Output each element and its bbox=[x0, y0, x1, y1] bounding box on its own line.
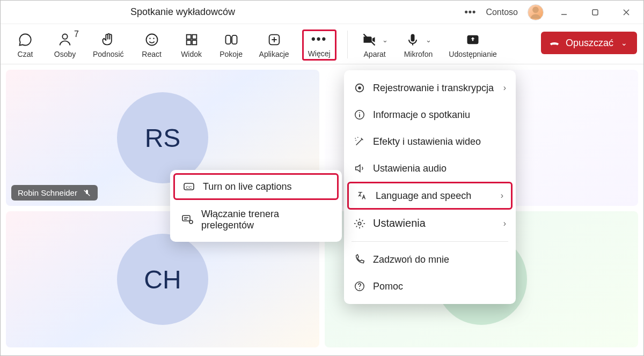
presenter-icon bbox=[181, 213, 194, 226]
minimize-button[interactable] bbox=[553, 2, 575, 23]
svg-rect-2 bbox=[592, 10, 598, 15]
language-submenu: CC Turn on live captions Włączanie trene… bbox=[170, 170, 342, 242]
record-icon bbox=[354, 82, 365, 94]
menu-item-label: Ustawienia bbox=[373, 217, 426, 229]
record-transcript-item[interactable]: Rejestrowanie i transkrypcja › bbox=[344, 75, 516, 101]
camera-button[interactable]: ⌄ Aparat bbox=[358, 29, 391, 61]
meeting-info-item[interactable]: Informacje o spotkaniu bbox=[344, 101, 516, 128]
menu-item-label: Efekty i ustawienia wideo bbox=[373, 136, 481, 147]
svg-point-6 bbox=[146, 34, 157, 46]
svg-rect-12 bbox=[192, 40, 196, 44]
turn-on-captions-item[interactable]: CC Turn on live captions bbox=[173, 173, 339, 200]
hangup-icon bbox=[548, 37, 560, 49]
cc-icon: CC bbox=[182, 180, 195, 193]
chevron-down-icon[interactable]: ⌄ bbox=[382, 36, 388, 44]
svg-point-26 bbox=[189, 220, 193, 224]
maximize-button[interactable] bbox=[584, 2, 606, 23]
leave-button[interactable]: Opuszczać ⌄ bbox=[541, 32, 637, 54]
people-count: 7 bbox=[74, 29, 79, 39]
language-speech-item[interactable]: Language and speech › bbox=[347, 182, 513, 210]
chat-button[interactable]: Czat bbox=[10, 29, 40, 61]
microphone-icon bbox=[405, 32, 420, 47]
chevron-right-icon: › bbox=[503, 83, 506, 93]
person-icon bbox=[528, 5, 543, 20]
camera-off-icon bbox=[362, 32, 377, 47]
smile-icon bbox=[144, 32, 159, 47]
maximize-icon bbox=[591, 8, 599, 17]
svg-rect-13 bbox=[225, 35, 230, 44]
more-label: Więcej bbox=[308, 49, 331, 58]
menu-item-label: Ustawienia audio bbox=[373, 163, 447, 174]
svg-point-28 bbox=[358, 86, 361, 90]
svg-rect-11 bbox=[186, 40, 191, 44]
grid-icon bbox=[184, 32, 199, 47]
help-icon bbox=[354, 280, 365, 292]
mic-button[interactable]: ⌄ Mikrofon bbox=[401, 29, 436, 61]
svg-point-0 bbox=[532, 6, 539, 13]
people-button[interactable]: 7 Osoby bbox=[50, 29, 80, 61]
meeting-window: Spotkanie wykładowców ••• Contoso Czat 7… bbox=[0, 0, 644, 356]
minimize-icon bbox=[560, 8, 568, 17]
menu-item-label: Turn on live captions bbox=[203, 181, 291, 192]
info-icon bbox=[354, 109, 365, 121]
audio-settings-item[interactable]: Ustawienia audio bbox=[344, 155, 516, 182]
speaker-coach-item[interactable]: Włączanie trenera prelegentów bbox=[170, 202, 342, 238]
toolbar-divider bbox=[347, 31, 348, 58]
people-label: Osoby bbox=[54, 50, 76, 58]
magic-wand-icon bbox=[354, 136, 365, 147]
view-button[interactable]: Widok bbox=[177, 29, 207, 61]
svg-point-31 bbox=[359, 112, 360, 113]
apps-button[interactable]: Aplikacje bbox=[256, 29, 292, 61]
apps-label: Aplikacje bbox=[259, 50, 289, 58]
camera-label: Aparat bbox=[364, 50, 386, 58]
help-item[interactable]: Pomoc bbox=[344, 273, 516, 300]
raise-label: Podnosić bbox=[93, 50, 124, 58]
participant-initials: CH bbox=[144, 265, 181, 294]
ellipsis-icon: ••• bbox=[311, 32, 327, 46]
raise-hand-icon bbox=[101, 32, 116, 47]
share-button[interactable]: Udostępnianie bbox=[445, 29, 500, 61]
rooms-button[interactable]: Pokoje bbox=[216, 29, 246, 61]
call-me-item[interactable]: Zadzwoń do mnie bbox=[344, 246, 516, 273]
svg-rect-10 bbox=[192, 35, 196, 39]
react-button[interactable]: React bbox=[137, 29, 167, 61]
user-avatar[interactable] bbox=[528, 4, 544, 20]
svg-text:CC: CC bbox=[186, 185, 192, 190]
participant-initials: RS bbox=[145, 123, 181, 153]
menu-item-label: Informacje o spotkaniu bbox=[373, 109, 470, 121]
chat-icon bbox=[18, 32, 33, 47]
meeting-title: Spotkanie wykładowców bbox=[130, 6, 235, 18]
chat-label: Czat bbox=[18, 50, 33, 58]
more-button[interactable]: ••• Więcej bbox=[302, 29, 336, 61]
menu-separator bbox=[352, 241, 508, 242]
gear-icon bbox=[354, 218, 365, 229]
svg-rect-25 bbox=[182, 216, 190, 221]
rooms-icon bbox=[224, 32, 239, 47]
titlebar-more-icon[interactable]: ••• bbox=[465, 6, 477, 18]
share-label: Udostępnianie bbox=[449, 50, 497, 58]
apps-icon bbox=[267, 32, 282, 47]
participant-name: Robin Schneider bbox=[18, 188, 77, 197]
speaker-icon bbox=[354, 162, 365, 174]
menu-item-label: Zadzwoń do mnie bbox=[373, 254, 449, 265]
close-button[interactable] bbox=[616, 2, 637, 23]
menu-item-label: Rejestrowanie i transkrypcja bbox=[373, 83, 494, 94]
people-icon bbox=[57, 32, 72, 47]
raise-hand-button[interactable]: Podnosić bbox=[90, 29, 127, 61]
phone-icon bbox=[354, 254, 365, 265]
svg-point-5 bbox=[62, 34, 67, 39]
participant-name-bar: Robin Schneider bbox=[11, 185, 98, 201]
svg-point-32 bbox=[358, 222, 361, 225]
settings-item[interactable]: Ustawienia › bbox=[344, 210, 516, 237]
chevron-right-icon: › bbox=[503, 219, 506, 228]
svg-point-34 bbox=[359, 288, 360, 290]
leave-label: Opuszczać bbox=[566, 38, 613, 49]
mic-label: Mikrofon bbox=[404, 50, 433, 58]
tenant-name: Contoso bbox=[486, 8, 518, 17]
chevron-down-icon[interactable]: ⌄ bbox=[621, 39, 627, 47]
video-effects-item[interactable]: Efekty i ustawienia wideo bbox=[344, 128, 516, 155]
svg-rect-9 bbox=[186, 35, 191, 39]
more-menu: Rejestrowanie i transkrypcja › Informacj… bbox=[344, 70, 516, 304]
react-label: React bbox=[142, 50, 162, 58]
chevron-down-icon[interactable]: ⌄ bbox=[426, 36, 431, 44]
